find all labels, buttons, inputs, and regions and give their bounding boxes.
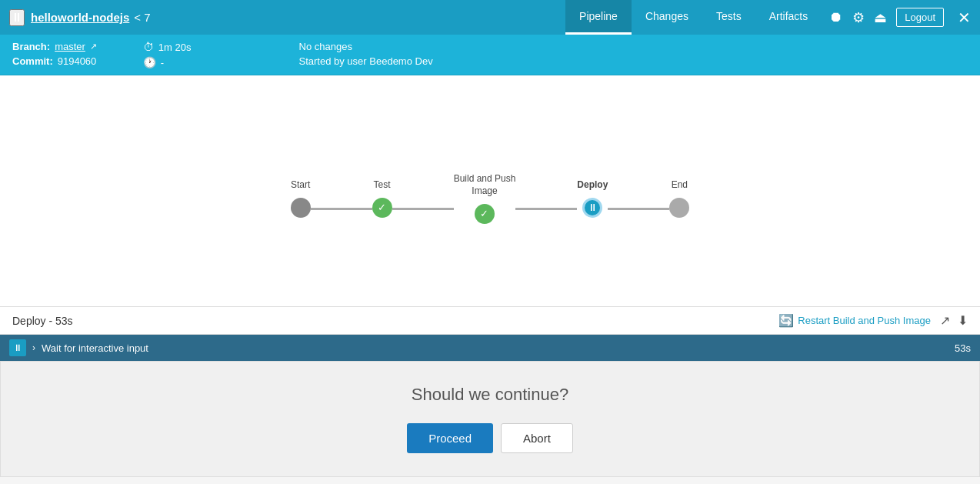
bottom-header-icons: ↗ ⬇ [940, 313, 968, 328]
stage-start-circle[interactable] [291, 198, 311, 218]
connector-1 [311, 208, 372, 210]
pipeline-area: Start Test ✓ Build and Push Image ✓ Depl… [0, 75, 980, 306]
proceed-button[interactable]: Proceed [407, 423, 493, 453]
stage-log-time: 53s [955, 342, 971, 354]
info-bar: Branch: master ↗ Commit: 9194060 ⏱ 1m 20… [0, 35, 980, 75]
duration-value: 1m 20s [158, 42, 192, 53]
bottom-header: Deploy - 53s 🔄 Restart Build and Push Im… [0, 307, 980, 335]
download-icon[interactable]: ⬇ [958, 313, 968, 328]
record-icon[interactable]: ⏺ [829, 9, 843, 25]
dialog-question: Should we continue? [412, 385, 568, 405]
stages-container: Start Test ✓ Build and Push Image ✓ Depl… [291, 173, 690, 223]
stage-deploy-label: Deploy [577, 179, 608, 192]
restart-label: Restart Build and Push Image [798, 315, 931, 326]
stage-log-row[interactable]: ⏸ › Wait for interactive input 53s [0, 335, 980, 361]
stage-start-label: Start [291, 179, 310, 192]
commit-value: 9194060 [58, 55, 97, 67]
stage-test-label: Test [374, 179, 391, 192]
top-nav: ⏸ helloworld-nodejs < 7 Pipeline Changes… [0, 0, 980, 35]
stage-build-circle[interactable]: ✓ [475, 204, 495, 224]
bottom-panel: Deploy - 53s 🔄 Restart Build and Push Im… [0, 306, 980, 477]
abort-button[interactable]: Abort [501, 423, 573, 453]
info-duration: ⏱ 1m 20s 🕐 - [143, 41, 192, 68]
nav-build-num: < 7 [134, 11, 150, 24]
nav-title[interactable]: helloworld-nodejs [31, 11, 129, 24]
stage-deploy: Deploy ⏸ [577, 179, 608, 218]
restart-icon: 🔄 [778, 313, 794, 328]
tab-pipeline[interactable]: Pipeline [565, 0, 632, 35]
stage-end-label: End [672, 179, 688, 192]
no-changes: No changes [299, 41, 352, 52]
time-value: - [161, 57, 164, 68]
settings-icon[interactable]: ⚙ [852, 9, 865, 26]
commit-label: Commit: [12, 55, 53, 67]
stage-log-pause-icon: ⏸ [9, 339, 26, 356]
nav-tabs: Pipeline Changes Tests Artifacts [565, 0, 822, 35]
stage-start: Start [291, 179, 311, 218]
nav-icons: ⏺ ⚙ ⏏ Logout ✕ [829, 8, 971, 27]
time-icon: 🕐 [143, 56, 156, 68]
stage-log-label: Wait for interactive input [42, 342, 948, 354]
stage-log-chevron: › [32, 342, 35, 353]
input-dialog: Should we continue? Proceed Abort [0, 361, 980, 477]
duration-icon: ⏱ [143, 41, 154, 53]
started-by: Started by user Beedemo Dev [299, 55, 433, 67]
stage-build-label: Build and Push Image [454, 173, 516, 197]
connector-2 [392, 208, 454, 210]
branch-value[interactable]: master [55, 41, 85, 52]
exit-icon[interactable]: ⏏ [874, 9, 887, 26]
stage-test: Test ✓ [372, 179, 392, 218]
tab-tests[interactable]: Tests [702, 0, 755, 35]
dialog-buttons: Proceed Abort [407, 423, 573, 453]
stage-build: Build and Push Image ✓ [454, 173, 516, 223]
connector-4 [608, 208, 669, 210]
close-button[interactable]: ✕ [958, 8, 971, 27]
stage-end-circle[interactable] [669, 198, 689, 218]
stage-test-circle[interactable]: ✓ [372, 198, 392, 218]
info-status: No changes Started by user Beedemo Dev [299, 41, 433, 67]
tab-changes[interactable]: Changes [632, 0, 702, 35]
stage-end: End [669, 179, 689, 218]
info-branch-commit: Branch: master ↗ Commit: 9194060 [12, 41, 97, 67]
logout-button[interactable]: Logout [896, 8, 944, 27]
restart-link[interactable]: 🔄 Restart Build and Push Image [778, 313, 931, 328]
tab-artifacts[interactable]: Artifacts [755, 0, 822, 35]
branch-external-icon: ↗ [90, 42, 97, 52]
nav-pause-button[interactable]: ⏸ [9, 9, 25, 26]
open-external-icon[interactable]: ↗ [940, 313, 950, 328]
connector-3 [515, 208, 577, 210]
stage-deploy-circle[interactable]: ⏸ [582, 198, 602, 218]
branch-label: Branch: [12, 41, 50, 52]
bottom-header-title: Deploy - 53s [12, 315, 778, 327]
